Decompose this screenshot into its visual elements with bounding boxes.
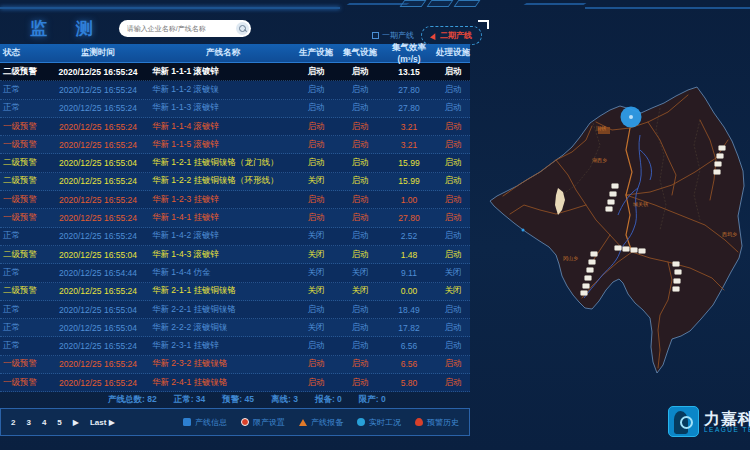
table-row[interactable]: 一级预警2020/12/25 16:55:24华新 1-2-3 挂镀锌启动启动1… <box>0 191 470 209</box>
name-cell: 华新 2-4-1 挂镀镍铬 <box>148 377 294 389</box>
next-page-button[interactable]: ▶ <box>73 418 79 427</box>
site-marker[interactable] <box>719 146 726 151</box>
table-row[interactable]: 正常2020/12/25 16:55:04华新 2-2-2 滚镀铜镍关闭启动17… <box>0 319 470 337</box>
page-button[interactable]: 2 <box>11 418 15 427</box>
production-cell: 启动 <box>294 358 338 370</box>
table-row[interactable]: 二级预警2020/12/25 16:55:24华新 1-1-1 滚镀锌启动启动1… <box>0 63 470 81</box>
treatment-cell: 启动 <box>436 249 470 261</box>
top-decoration <box>0 0 750 12</box>
table-row[interactable]: 一级预警2020/12/25 16:55:24华新 2-3-2 挂镀镍铬启动启动… <box>0 356 470 374</box>
production-cell: 关闭 <box>294 230 338 242</box>
search-icon[interactable] <box>236 22 249 35</box>
production-cell: 启动 <box>294 377 338 389</box>
site-marker[interactable] <box>673 287 680 292</box>
table-row[interactable]: 二级预警2020/12/25 16:55:04华新 1-4-3 滚镀锌关闭启动1… <box>0 246 470 264</box>
限产设置-button[interactable]: 限产设置 <box>241 417 285 428</box>
name-cell: 华新 1-1-1 滚镀锌 <box>148 66 294 78</box>
top-line-left <box>0 7 340 9</box>
summary-item: 预警: 45 <box>222 394 254 406</box>
site-marker[interactable] <box>583 284 590 289</box>
time-cell: 2020/12/25 16:54:44 <box>48 268 148 278</box>
table-row[interactable]: 一级预警2020/12/25 16:55:24华新 1-4-1 挂镀锌启动启动2… <box>0 209 470 227</box>
page-button[interactable]: 4 <box>42 418 46 427</box>
top-diagonal-right <box>524 3 587 5</box>
time-cell: 2020/12/25 16:55:24 <box>48 67 148 77</box>
site-marker[interactable] <box>674 279 681 284</box>
table-row[interactable]: 正常2020/12/25 16:55:04华新 2-2-1 挂镀铜镍铬启动启动1… <box>0 301 470 319</box>
site-marker[interactable] <box>585 276 592 281</box>
treatment-cell: 启动 <box>436 157 470 169</box>
corner-bracket <box>478 20 489 29</box>
time-cell: 2020/12/25 16:55:04 <box>48 158 148 168</box>
efficiency-cell: 1.48 <box>382 250 436 260</box>
gas-cell: 启动 <box>338 194 382 206</box>
treatment-cell: 启动 <box>436 358 470 370</box>
time-cell: 2020/12/25 16:55:24 <box>48 140 148 150</box>
checkbox-icon[interactable] <box>372 32 379 39</box>
treatment-cell: 启动 <box>436 121 470 133</box>
map-land <box>490 87 744 373</box>
time-cell: 2020/12/25 16:55:24 <box>48 85 148 95</box>
status-cell: 一级预警 <box>0 139 48 151</box>
site-marker[interactable] <box>610 192 617 197</box>
status-cell: 正常 <box>0 84 48 96</box>
site-marker[interactable] <box>615 246 622 251</box>
产线报备-button[interactable]: 产线报备 <box>299 417 343 428</box>
site-marker[interactable] <box>606 207 613 212</box>
site-marker[interactable] <box>673 262 680 267</box>
treatment-cell: 启动 <box>436 84 470 96</box>
search-input[interactable] <box>119 25 236 32</box>
status-cell: 一级预警 <box>0 121 48 133</box>
site-marker[interactable] <box>714 170 721 175</box>
time-cell: 2020/12/25 16:55:24 <box>48 359 148 369</box>
table-row[interactable]: 二级预警2020/12/25 16:55:24华新 1-2-2 挂镀铜镍铬（环形… <box>0 173 470 191</box>
last-page-button[interactable]: Last ▶ <box>90 418 115 427</box>
summary-item: 限产: 0 <box>359 394 386 406</box>
site-marker[interactable] <box>587 268 594 273</box>
table-row[interactable]: 二级预警2020/12/25 16:55:04华新 1-2-1 挂镀铜镍铬（龙门… <box>0 154 470 172</box>
site-marker[interactable] <box>591 252 598 257</box>
phase1-checkbox[interactable]: 一期产线 <box>372 30 414 41</box>
table-row[interactable]: 正常2020/12/25 16:55:24华新 1-1-2 滚镀镍启动启动27.… <box>0 81 470 99</box>
production-cell: 关闭 <box>294 249 338 261</box>
name-cell: 华新 1-1-4 滚镀锌 <box>148 121 294 133</box>
site-marker[interactable] <box>612 184 619 189</box>
summary-item: 产线总数: 82 <box>108 394 157 406</box>
site-marker[interactable] <box>631 248 638 253</box>
name-cell: 华新 1-2-3 挂镀锌 <box>148 194 294 206</box>
name-cell: 华新 1-4-2 滚镀锌 <box>148 230 294 242</box>
site-marker[interactable] <box>589 260 596 265</box>
产线信息-button[interactable]: 产线信息 <box>183 417 227 428</box>
site-marker[interactable] <box>675 270 682 275</box>
site-marker[interactable] <box>608 200 615 205</box>
search-box[interactable] <box>119 20 251 37</box>
site-marker[interactable] <box>715 162 722 167</box>
page-button[interactable]: 5 <box>57 418 61 427</box>
gas-cell: 启动 <box>338 358 382 370</box>
efficiency-cell: 3.21 <box>382 140 436 150</box>
time-cell: 2020/12/25 16:55:04 <box>48 250 148 260</box>
column-header: 处理设施 <box>436 47 470 59</box>
place-label: 旧镇 <box>596 125 606 131</box>
table-row[interactable]: 一级预警2020/12/25 16:55:24华新 2-4-1 挂镀镍铬启动启动… <box>0 374 470 392</box>
site-marker[interactable] <box>581 291 588 296</box>
page-button[interactable]: 3 <box>26 418 30 427</box>
production-cell: 启动 <box>294 194 338 206</box>
time-cell: 2020/12/25 16:55:24 <box>48 176 148 186</box>
实时工况-button[interactable]: 实时工况 <box>357 417 401 428</box>
site-marker[interactable] <box>623 247 630 252</box>
table-row[interactable]: 正常2020/12/25 16:55:24华新 2-3-1 挂镀锌启动启动6.5… <box>0 337 470 355</box>
site-marker[interactable] <box>717 154 724 159</box>
gas-cell: 启动 <box>338 212 382 224</box>
预警历史-button[interactable]: 预警历史 <box>415 417 459 428</box>
monitor-table: 状态监测时间产线名称生产设施集气设施集气效率(m³/s)处理设施 二级预警202… <box>0 44 470 392</box>
flag-icon <box>430 32 438 40</box>
table-row[interactable]: 一级预警2020/12/25 16:55:24华新 1-1-5 滚镀锌启动启动3… <box>0 136 470 154</box>
table-row[interactable]: 正常2020/12/25 16:55:24华新 1-4-2 滚镀锌关闭启动2.5… <box>0 228 470 246</box>
table-row[interactable]: 正常2020/12/25 16:55:24华新 1-1-3 滚镀锌启动启动27.… <box>0 100 470 118</box>
production-cell: 启动 <box>294 340 338 352</box>
site-marker[interactable] <box>639 249 646 254</box>
table-row[interactable]: 二级预警2020/12/25 16:55:24华新 2-1-1 挂镀铜镍铬关闭关… <box>0 283 470 301</box>
table-row[interactable]: 一级预警2020/12/25 16:55:24华新 1-1-4 滚镀锌启动启动3… <box>0 118 470 136</box>
table-row[interactable]: 正常2020/12/25 16:54:44华新 1-4-4 仿金关闭关闭9.11… <box>0 264 470 282</box>
